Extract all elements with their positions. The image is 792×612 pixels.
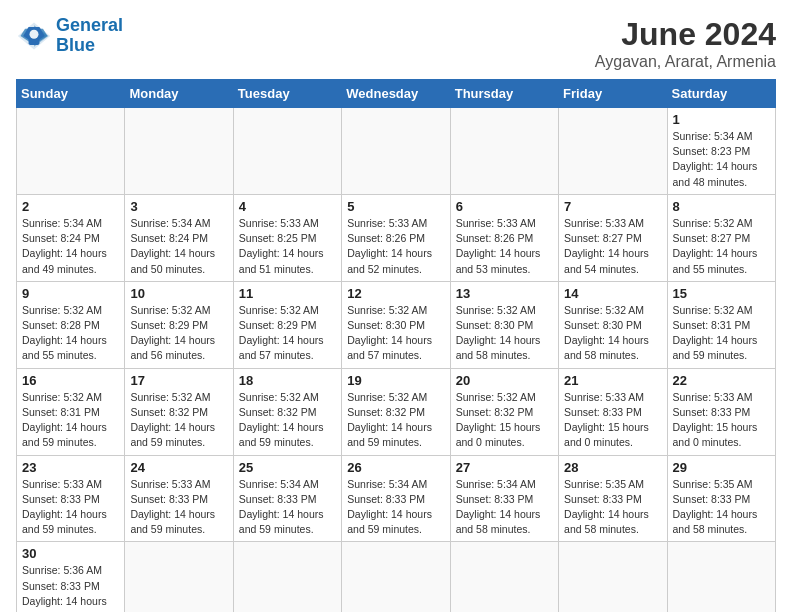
day-number: 24 [130,460,227,475]
cell-content: Sunrise: 5:33 AMSunset: 8:27 PMDaylight:… [564,216,661,277]
cell-line: Daylight: 14 hours and 59 minutes. [22,507,119,537]
calendar-week-row: 1Sunrise: 5:34 AMSunset: 8:23 PMDaylight… [17,108,776,195]
day-number: 30 [22,546,119,561]
calendar-cell: 6Sunrise: 5:33 AMSunset: 8:26 PMDaylight… [450,194,558,281]
calendar-week-row: 2Sunrise: 5:34 AMSunset: 8:24 PMDaylight… [17,194,776,281]
cell-content: Sunrise: 5:32 AMSunset: 8:28 PMDaylight:… [22,303,119,364]
day-number: 7 [564,199,661,214]
cell-line: Daylight: 14 hours and 53 minutes. [456,246,553,276]
cell-line: Sunrise: 5:32 AM [456,390,553,405]
cell-line: Daylight: 14 hours and 59 minutes. [673,333,770,363]
cell-line: Daylight: 14 hours and 58 minutes. [564,507,661,537]
calendar-cell: 11Sunrise: 5:32 AMSunset: 8:29 PMDayligh… [233,281,341,368]
cell-content: Sunrise: 5:34 AMSunset: 8:24 PMDaylight:… [22,216,119,277]
calendar-cell: 16Sunrise: 5:32 AMSunset: 8:31 PMDayligh… [17,368,125,455]
day-number: 29 [673,460,770,475]
logo-icon [16,18,52,54]
cell-line: Sunset: 8:31 PM [673,318,770,333]
cell-line: Sunrise: 5:36 AM [22,563,119,578]
calendar-cell: 9Sunrise: 5:32 AMSunset: 8:28 PMDaylight… [17,281,125,368]
cell-content: Sunrise: 5:34 AMSunset: 8:33 PMDaylight:… [239,477,336,538]
cell-line: Sunset: 8:33 PM [673,405,770,420]
cell-line: Sunrise: 5:34 AM [347,477,444,492]
logo-text: General Blue [56,16,123,56]
weekday-header-friday: Friday [559,80,667,108]
cell-line: Daylight: 15 hours and 0 minutes. [564,420,661,450]
cell-line: Sunrise: 5:33 AM [456,216,553,231]
calendar-cell: 17Sunrise: 5:32 AMSunset: 8:32 PMDayligh… [125,368,233,455]
day-number: 27 [456,460,553,475]
cell-line: Daylight: 14 hours and 57 minutes. [22,594,119,612]
calendar-cell: 26Sunrise: 5:34 AMSunset: 8:33 PMDayligh… [342,455,450,542]
day-number: 15 [673,286,770,301]
cell-line: Sunrise: 5:33 AM [673,390,770,405]
day-number: 22 [673,373,770,388]
calendar-cell: 3Sunrise: 5:34 AMSunset: 8:24 PMDaylight… [125,194,233,281]
day-number: 2 [22,199,119,214]
cell-content: Sunrise: 5:33 AMSunset: 8:26 PMDaylight:… [456,216,553,277]
cell-line: Sunset: 8:30 PM [347,318,444,333]
day-number: 9 [22,286,119,301]
cell-line: Sunrise: 5:34 AM [130,216,227,231]
cell-line: Sunset: 8:30 PM [456,318,553,333]
day-number: 6 [456,199,553,214]
cell-line: Daylight: 14 hours and 57 minutes. [347,333,444,363]
cell-line: Sunrise: 5:34 AM [22,216,119,231]
cell-line: Sunrise: 5:32 AM [673,216,770,231]
calendar-cell: 5Sunrise: 5:33 AMSunset: 8:26 PMDaylight… [342,194,450,281]
calendar-cell [667,542,775,612]
calendar-cell [450,542,558,612]
cell-content: Sunrise: 5:32 AMSunset: 8:32 PMDaylight:… [347,390,444,451]
cell-line: Sunset: 8:33 PM [22,579,119,594]
cell-content: Sunrise: 5:34 AMSunset: 8:24 PMDaylight:… [130,216,227,277]
cell-content: Sunrise: 5:32 AMSunset: 8:32 PMDaylight:… [456,390,553,451]
cell-line: Sunrise: 5:33 AM [564,216,661,231]
cell-line: Sunrise: 5:32 AM [130,303,227,318]
cell-line: Daylight: 15 hours and 0 minutes. [456,420,553,450]
cell-line: Sunset: 8:26 PM [347,231,444,246]
day-number: 1 [673,112,770,127]
cell-line: Daylight: 14 hours and 56 minutes. [130,333,227,363]
cell-content: Sunrise: 5:32 AMSunset: 8:32 PMDaylight:… [239,390,336,451]
calendar-week-row: 23Sunrise: 5:33 AMSunset: 8:33 PMDayligh… [17,455,776,542]
day-number: 20 [456,373,553,388]
cell-line: Sunset: 8:32 PM [130,405,227,420]
cell-line: Sunset: 8:26 PM [456,231,553,246]
calendar-cell [233,542,341,612]
cell-line: Sunset: 8:32 PM [347,405,444,420]
weekday-header-tuesday: Tuesday [233,80,341,108]
svg-point-6 [30,29,39,38]
cell-line: Sunset: 8:25 PM [239,231,336,246]
cell-line: Sunset: 8:29 PM [130,318,227,333]
weekday-header-saturday: Saturday [667,80,775,108]
weekday-header-thursday: Thursday [450,80,558,108]
cell-content: Sunrise: 5:32 AMSunset: 8:30 PMDaylight:… [456,303,553,364]
weekday-header-wednesday: Wednesday [342,80,450,108]
cell-content: Sunrise: 5:33 AMSunset: 8:33 PMDaylight:… [130,477,227,538]
calendar-cell [342,542,450,612]
day-number: 18 [239,373,336,388]
header: General Blue June 2024 Aygavan, Ararat, … [16,16,776,71]
title-block: June 2024 Aygavan, Ararat, Armenia [595,16,776,71]
cell-line: Sunset: 8:33 PM [456,492,553,507]
cell-content: Sunrise: 5:32 AMSunset: 8:27 PMDaylight:… [673,216,770,277]
cell-line: Sunset: 8:33 PM [564,405,661,420]
day-number: 12 [347,286,444,301]
cell-line: Sunset: 8:33 PM [564,492,661,507]
cell-line: Sunset: 8:28 PM [22,318,119,333]
cell-content: Sunrise: 5:32 AMSunset: 8:29 PMDaylight:… [130,303,227,364]
cell-line: Sunrise: 5:32 AM [456,303,553,318]
calendar-cell: 12Sunrise: 5:32 AMSunset: 8:30 PMDayligh… [342,281,450,368]
cell-content: Sunrise: 5:32 AMSunset: 8:30 PMDaylight:… [347,303,444,364]
weekday-header-monday: Monday [125,80,233,108]
calendar-cell: 28Sunrise: 5:35 AMSunset: 8:33 PMDayligh… [559,455,667,542]
cell-line: Daylight: 14 hours and 49 minutes. [22,246,119,276]
cell-content: Sunrise: 5:33 AMSunset: 8:33 PMDaylight:… [22,477,119,538]
calendar-cell [450,108,558,195]
cell-line: Daylight: 14 hours and 50 minutes. [130,246,227,276]
calendar-cell: 24Sunrise: 5:33 AMSunset: 8:33 PMDayligh… [125,455,233,542]
calendar-cell [125,108,233,195]
day-number: 10 [130,286,227,301]
cell-line: Daylight: 14 hours and 52 minutes. [347,246,444,276]
cell-line: Sunset: 8:27 PM [564,231,661,246]
